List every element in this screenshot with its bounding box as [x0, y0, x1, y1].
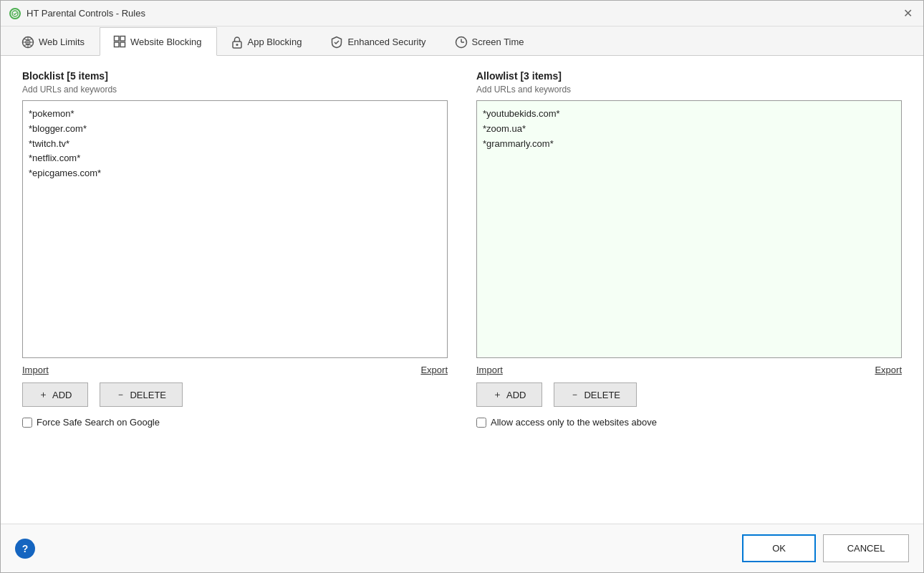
tab-screen-time[interactable]: Screen Time: [441, 27, 539, 56]
tab-screen-time-label: Screen Time: [472, 37, 524, 47]
tab-app-blocking[interactable]: App Blocking: [217, 27, 317, 56]
allowlist-add-button[interactable]: ＋ ADD: [476, 382, 542, 407]
plus-icon-2: ＋: [493, 388, 502, 401]
allowlist-action-row: ＋ ADD － DELETE: [476, 382, 902, 407]
blocklist-safe-search-checkbox-row[interactable]: Force Safe Search on Google: [22, 417, 448, 428]
blocklist-import-button[interactable]: Import: [22, 365, 49, 375]
blocklist-delete-label: DELETE: [130, 390, 166, 400]
svg-rect-8: [120, 42, 125, 47]
shield-icon: [330, 36, 343, 49]
tab-enhanced-security-label: Enhanced Security: [347, 37, 425, 47]
allowlist-section: Allowlist [3 items] Add URLs and keyword…: [476, 70, 902, 428]
blocklist-export-button[interactable]: Export: [420, 365, 448, 375]
tab-website-blocking-label: Website Blocking: [130, 37, 201, 47]
tab-web-limits-label: Web Limits: [39, 37, 85, 47]
blocklist-import-export-row: Import Export: [22, 365, 448, 375]
svg-point-0: [12, 11, 18, 16]
circle-icon: [21, 36, 34, 49]
plus-icon: ＋: [39, 388, 48, 401]
help-button[interactable]: ?: [15, 539, 35, 559]
svg-rect-5: [115, 37, 120, 42]
blocklist-action-row: ＋ ADD － DELETE: [22, 382, 448, 407]
allowlist-access-only-checkbox[interactable]: [476, 418, 486, 428]
svg-rect-7: [115, 42, 120, 47]
allowlist-delete-button[interactable]: － DELETE: [554, 382, 637, 407]
content-area: Blocklist [5 items] Add URLs and keyword…: [1, 56, 923, 524]
titlebar-title: HT Parental Controls - Rules: [27, 8, 900, 19]
lock-icon: [231, 36, 244, 49]
blocklist-delete-button[interactable]: － DELETE: [100, 382, 183, 407]
tab-website-blocking[interactable]: Website Blocking: [100, 27, 216, 56]
allowlist-textarea[interactable]: [476, 100, 902, 358]
tab-web-limits[interactable]: Web Limits: [8, 27, 100, 56]
blocklist-safe-search-label: Force Safe Search on Google: [37, 417, 160, 428]
tab-app-blocking-label: App Blocking: [248, 37, 302, 47]
allowlist-access-only-label: Allow access only to the websites above: [491, 417, 657, 428]
tab-bar: Web Limits Website Blocking: [1, 27, 923, 56]
svg-rect-6: [120, 37, 125, 42]
footer: ? OK CANCEL: [1, 524, 923, 572]
dialog: HT Parental Controls - Rules ✕ Web Limit…: [0, 0, 924, 573]
close-button[interactable]: ✕: [900, 6, 915, 21]
minus-icon-2: －: [570, 388, 579, 401]
blocklist-add-button[interactable]: ＋ ADD: [22, 382, 88, 407]
blocklist-title: Blocklist [5 items]: [22, 70, 448, 82]
blocklist-subtitle: Add URLs and keywords: [22, 85, 448, 95]
blocklist-add-label: ADD: [52, 390, 72, 400]
allowlist-subtitle: Add URLs and keywords: [476, 85, 902, 95]
allowlist-import-button[interactable]: Import: [476, 365, 503, 375]
two-columns-layout: Blocklist [5 items] Add URLs and keyword…: [22, 70, 902, 428]
tab-enhanced-security[interactable]: Enhanced Security: [317, 27, 441, 56]
blocklist-section: Blocklist [5 items] Add URLs and keyword…: [22, 70, 448, 428]
allowlist-add-label: ADD: [506, 390, 526, 400]
app-icon: [9, 8, 21, 19]
clock-icon: [455, 36, 468, 49]
blocklist-safe-search-checkbox[interactable]: [22, 418, 32, 428]
allowlist-import-export-row: Import Export: [476, 365, 902, 375]
blocklist-textarea[interactable]: [22, 100, 448, 358]
allowlist-title: Allowlist [3 items]: [476, 70, 902, 82]
cancel-button[interactable]: CANCEL: [823, 534, 909, 562]
grid-icon: [113, 35, 126, 48]
titlebar: HT Parental Controls - Rules ✕: [1, 1, 923, 27]
minus-icon: －: [116, 388, 125, 401]
ok-button[interactable]: OK: [742, 534, 816, 562]
footer-left: ?: [15, 539, 35, 559]
footer-right: OK CANCEL: [742, 534, 909, 562]
allowlist-delete-label: DELETE: [584, 390, 620, 400]
svg-point-10: [236, 44, 238, 46]
allowlist-export-button[interactable]: Export: [875, 365, 902, 375]
allowlist-access-only-checkbox-row[interactable]: Allow access only to the websites above: [476, 417, 902, 428]
